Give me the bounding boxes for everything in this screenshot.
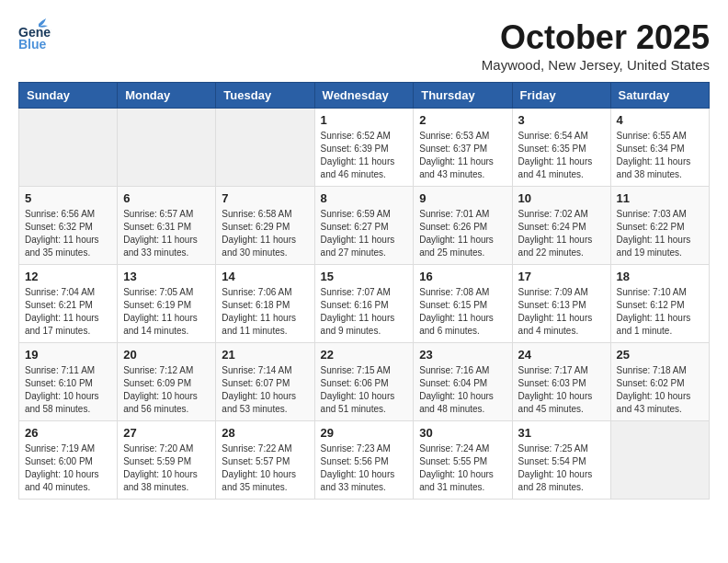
calendar-cell: 6Sunrise: 6:57 AM Sunset: 6:31 PM Daylig… — [118, 187, 216, 265]
day-number: 26 — [25, 426, 111, 440]
calendar-cell: 4Sunrise: 6:55 AM Sunset: 6:34 PM Daylig… — [610, 109, 709, 187]
month-title: October 2025 — [482, 18, 710, 57]
day-info: Sunrise: 7:06 AM Sunset: 6:18 PM Dayligh… — [222, 286, 308, 338]
weekday-header-saturday: Saturday — [610, 83, 709, 109]
day-number: 11 — [617, 191, 703, 205]
calendar-week-3: 12Sunrise: 7:04 AM Sunset: 6:21 PM Dayli… — [19, 265, 710, 343]
calendar-cell: 16Sunrise: 7:08 AM Sunset: 6:15 PM Dayli… — [414, 265, 512, 343]
day-number: 29 — [321, 426, 408, 440]
calendar-week-1: 1Sunrise: 6:52 AM Sunset: 6:39 PM Daylig… — [19, 109, 710, 187]
day-info: Sunrise: 7:14 AM Sunset: 6:07 PM Dayligh… — [222, 364, 308, 416]
calendar-cell: 23Sunrise: 7:16 AM Sunset: 6:04 PM Dayli… — [414, 343, 512, 421]
day-number: 5 — [25, 191, 111, 205]
calendar-cell: 31Sunrise: 7:25 AM Sunset: 5:54 PM Dayli… — [512, 421, 610, 500]
day-info: Sunrise: 7:15 AM Sunset: 6:06 PM Dayligh… — [321, 364, 408, 416]
day-info: Sunrise: 6:53 AM Sunset: 6:37 PM Dayligh… — [419, 130, 506, 181]
day-number: 6 — [123, 191, 210, 205]
day-number: 20 — [123, 348, 210, 362]
calendar-cell — [118, 109, 216, 187]
calendar-cell — [216, 109, 314, 187]
day-number: 28 — [222, 426, 308, 440]
calendar-cell: 9Sunrise: 7:01 AM Sunset: 6:26 PM Daylig… — [414, 187, 512, 265]
day-number: 8 — [321, 191, 408, 205]
day-info: Sunrise: 7:19 AM Sunset: 6:00 PM Dayligh… — [25, 442, 111, 494]
day-number: 9 — [419, 191, 506, 205]
day-info: Sunrise: 7:16 AM Sunset: 6:04 PM Dayligh… — [419, 364, 506, 416]
calendar-cell: 21Sunrise: 7:14 AM Sunset: 6:07 PM Dayli… — [216, 343, 314, 421]
day-info: Sunrise: 7:17 AM Sunset: 6:03 PM Dayligh… — [518, 364, 605, 416]
day-number: 12 — [25, 270, 111, 283]
calendar-cell: 18Sunrise: 7:10 AM Sunset: 6:12 PM Dayli… — [610, 265, 709, 343]
calendar-cell: 1Sunrise: 6:52 AM Sunset: 6:39 PM Daylig… — [314, 109, 414, 187]
day-number: 22 — [321, 348, 408, 362]
calendar-cell: 25Sunrise: 7:18 AM Sunset: 6:02 PM Dayli… — [610, 343, 709, 421]
calendar-cell: 29Sunrise: 7:23 AM Sunset: 5:56 PM Dayli… — [314, 421, 414, 500]
location: Maywood, New Jersey, United States — [482, 57, 710, 73]
day-info: Sunrise: 6:59 AM Sunset: 6:27 PM Dayligh… — [321, 208, 408, 259]
day-number: 14 — [222, 270, 308, 283]
day-info: Sunrise: 7:07 AM Sunset: 6:16 PM Dayligh… — [321, 286, 408, 338]
day-info: Sunrise: 7:23 AM Sunset: 5:56 PM Dayligh… — [321, 442, 408, 494]
calendar-cell: 15Sunrise: 7:07 AM Sunset: 6:16 PM Dayli… — [314, 265, 414, 343]
day-info: Sunrise: 7:10 AM Sunset: 6:12 PM Dayligh… — [617, 286, 703, 338]
day-number: 7 — [222, 191, 308, 205]
day-number: 17 — [518, 270, 605, 283]
day-number: 23 — [419, 348, 506, 362]
calendar-cell: 2Sunrise: 6:53 AM Sunset: 6:37 PM Daylig… — [414, 109, 512, 187]
day-info: Sunrise: 7:22 AM Sunset: 5:57 PM Dayligh… — [222, 442, 308, 494]
calendar-cell: 24Sunrise: 7:17 AM Sunset: 6:03 PM Dayli… — [512, 343, 610, 421]
calendar-cell — [610, 421, 709, 500]
calendar-cell: 19Sunrise: 7:11 AM Sunset: 6:10 PM Dayli… — [19, 343, 118, 421]
calendar-cell: 11Sunrise: 7:03 AM Sunset: 6:22 PM Dayli… — [610, 187, 709, 265]
day-info: Sunrise: 6:55 AM Sunset: 6:34 PM Dayligh… — [617, 130, 703, 181]
weekday-header-monday: Monday — [118, 83, 216, 109]
day-info: Sunrise: 7:01 AM Sunset: 6:26 PM Dayligh… — [419, 208, 506, 259]
day-number: 30 — [419, 426, 506, 440]
day-info: Sunrise: 7:24 AM Sunset: 5:55 PM Dayligh… — [419, 442, 506, 494]
weekday-header-friday: Friday — [512, 83, 610, 109]
day-info: Sunrise: 6:56 AM Sunset: 6:32 PM Dayligh… — [25, 208, 111, 259]
logo: General Blue — [18, 18, 51, 52]
day-number: 25 — [617, 348, 703, 362]
day-info: Sunrise: 6:58 AM Sunset: 6:29 PM Dayligh… — [222, 208, 308, 259]
calendar-cell: 5Sunrise: 6:56 AM Sunset: 6:32 PM Daylig… — [19, 187, 118, 265]
logo-icon: General Blue — [18, 18, 51, 52]
day-info: Sunrise: 6:57 AM Sunset: 6:31 PM Dayligh… — [123, 208, 210, 259]
weekday-header-row: SundayMondayTuesdayWednesdayThursdayFrid… — [19, 83, 710, 109]
day-info: Sunrise: 7:25 AM Sunset: 5:54 PM Dayligh… — [518, 442, 605, 494]
day-number: 15 — [321, 270, 408, 283]
weekday-header-wednesday: Wednesday — [314, 83, 414, 109]
calendar-cell: 17Sunrise: 7:09 AM Sunset: 6:13 PM Dayli… — [512, 265, 610, 343]
day-info: Sunrise: 7:12 AM Sunset: 6:09 PM Dayligh… — [123, 364, 210, 416]
day-number: 3 — [518, 113, 605, 127]
day-info: Sunrise: 7:18 AM Sunset: 6:02 PM Dayligh… — [617, 364, 703, 416]
day-info: Sunrise: 7:02 AM Sunset: 6:24 PM Dayligh… — [518, 208, 605, 259]
day-number: 19 — [25, 348, 111, 362]
day-number: 10 — [518, 191, 605, 205]
calendar-cell: 12Sunrise: 7:04 AM Sunset: 6:21 PM Dayli… — [19, 265, 118, 343]
weekday-header-sunday: Sunday — [19, 83, 118, 109]
calendar-cell: 3Sunrise: 6:54 AM Sunset: 6:35 PM Daylig… — [512, 109, 610, 187]
day-number: 4 — [617, 113, 703, 127]
calendar-week-5: 26Sunrise: 7:19 AM Sunset: 6:00 PM Dayli… — [19, 421, 710, 500]
title-block: October 2025 Maywood, New Jersey, United… — [482, 18, 710, 73]
calendar-cell: 10Sunrise: 7:02 AM Sunset: 6:24 PM Dayli… — [512, 187, 610, 265]
day-number: 2 — [419, 113, 506, 127]
svg-text:Blue: Blue — [18, 37, 47, 52]
calendar-cell: 26Sunrise: 7:19 AM Sunset: 6:00 PM Dayli… — [19, 421, 118, 500]
day-number: 13 — [123, 270, 210, 283]
day-info: Sunrise: 7:20 AM Sunset: 5:59 PM Dayligh… — [123, 442, 210, 494]
day-info: Sunrise: 7:04 AM Sunset: 6:21 PM Dayligh… — [25, 286, 111, 338]
day-number: 31 — [518, 426, 605, 440]
day-number: 1 — [321, 113, 408, 127]
day-number: 18 — [617, 270, 703, 283]
calendar-cell — [19, 109, 118, 187]
page-header: General Blue October 2025 Maywood, New J… — [18, 18, 710, 73]
day-info: Sunrise: 7:11 AM Sunset: 6:10 PM Dayligh… — [25, 364, 111, 416]
day-number: 24 — [518, 348, 605, 362]
calendar-cell: 20Sunrise: 7:12 AM Sunset: 6:09 PM Dayli… — [118, 343, 216, 421]
calendar-cell: 30Sunrise: 7:24 AM Sunset: 5:55 PM Dayli… — [414, 421, 512, 500]
calendar-week-4: 19Sunrise: 7:11 AM Sunset: 6:10 PM Dayli… — [19, 343, 710, 421]
calendar-cell: 27Sunrise: 7:20 AM Sunset: 5:59 PM Dayli… — [118, 421, 216, 500]
day-number: 27 — [123, 426, 210, 440]
